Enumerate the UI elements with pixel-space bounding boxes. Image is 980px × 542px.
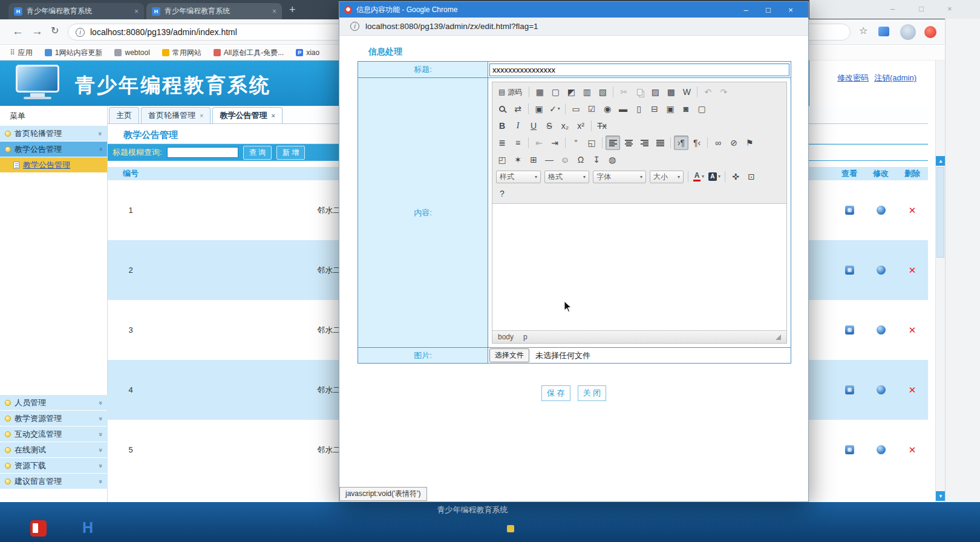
view-icon[interactable]: [845, 385, 854, 394]
edit-icon[interactable]: [877, 325, 886, 335]
tab-announcement[interactable]: 教学公告管理 ×: [212, 107, 282, 123]
checkbox-icon[interactable]: ☑: [584, 102, 599, 116]
tab-home[interactable]: 主页: [109, 107, 139, 123]
link-icon[interactable]: ∞: [711, 136, 725, 150]
find-icon[interactable]: [495, 102, 509, 116]
sidebar-item-personnel[interactable]: 人员管理 »: [0, 395, 108, 410]
insert-table-icon[interactable]: ⊞: [526, 152, 541, 167]
site-info-icon[interactable]: [350, 22, 359, 31]
logout-link[interactable]: 注销(admin): [874, 73, 916, 83]
resize-handle-icon[interactable]: [776, 335, 781, 340]
print-icon[interactable]: ▥: [580, 85, 594, 99]
edit-icon[interactable]: [877, 206, 886, 215]
hidden-field-icon[interactable]: ▢: [694, 102, 709, 116]
italic-icon[interactable]: I: [511, 119, 525, 133]
bold-icon[interactable]: B: [495, 119, 509, 133]
sidebar-item-resources[interactable]: 教学资源管理 »: [0, 411, 108, 426]
search-input[interactable]: [167, 147, 238, 158]
page-scrollbar[interactable]: ▲ ▼: [935, 60, 945, 502]
view-icon[interactable]: [845, 445, 854, 454]
sidebar-item-online-test[interactable]: 在线测试 »: [0, 442, 108, 457]
window-maximize-icon[interactable]: □: [919, 4, 924, 13]
bookmark-star-icon[interactable]: ☆: [859, 25, 867, 36]
tab-carousel[interactable]: 首页轮播管理 ×: [141, 107, 211, 123]
browser-tab-1[interactable]: H 青少年编程教育系统 ×: [8, 3, 144, 19]
view-icon[interactable]: [845, 325, 854, 335]
textarea-icon[interactable]: ▯: [632, 102, 646, 116]
paste-icon[interactable]: ▨: [648, 85, 662, 99]
tab-close-icon[interactable]: ×: [272, 7, 276, 16]
align-right-icon[interactable]: [637, 136, 652, 150]
window-close-icon[interactable]: ×: [947, 4, 952, 13]
background-color-button[interactable]: A ▾: [707, 169, 722, 184]
show-blocks-icon[interactable]: ⊡: [744, 169, 759, 184]
apps-shortcut[interactable]: ⠿ 应用: [10, 48, 33, 58]
popup-maximize-icon[interactable]: □: [759, 5, 777, 15]
iframe-icon[interactable]: ◍: [605, 152, 619, 167]
undo-icon[interactable]: ↶: [701, 85, 715, 99]
tab-close-icon[interactable]: ×: [271, 112, 275, 119]
text-field-icon[interactable]: ▬: [616, 102, 630, 116]
radio-icon[interactable]: ◉: [600, 102, 615, 116]
sidebar-item-carousel[interactable]: 首页轮播管理 »: [0, 126, 107, 141]
tab-close-icon[interactable]: ×: [134, 7, 139, 16]
forward-icon[interactable]: →: [31, 25, 43, 38]
paste-text-icon[interactable]: ▩: [664, 85, 678, 99]
superscript-icon[interactable]: x²: [573, 119, 588, 133]
bookmark-item[interactable]: webtool: [114, 48, 149, 57]
popup-titlebar[interactable]: 信息内容功能 - Google Chrome – □ ×: [339, 2, 808, 18]
save-button[interactable]: 保 存: [541, 385, 570, 401]
query-button[interactable]: 查 询: [243, 146, 272, 160]
bookmark-item[interactable]: All原创工具-免费...: [214, 48, 284, 58]
subscript-icon[interactable]: x₂: [558, 119, 572, 133]
delete-icon[interactable]: ✕: [909, 205, 916, 216]
source-button[interactable]: ▤ 源码: [495, 85, 526, 99]
change-password-link[interactable]: 修改密码: [837, 73, 869, 83]
remove-format-icon[interactable]: Tx: [595, 119, 609, 133]
align-justify-icon[interactable]: [653, 136, 667, 150]
delete-icon[interactable]: ✕: [909, 385, 916, 396]
window-minimize-icon[interactable]: –: [890, 4, 895, 13]
redo-icon[interactable]: ↷: [716, 85, 731, 99]
delete-icon[interactable]: ✕: [909, 325, 916, 336]
bookmark-item[interactable]: P xiao: [296, 48, 319, 57]
unlink-icon[interactable]: ⊘: [727, 136, 741, 150]
copy-icon[interactable]: [632, 85, 647, 99]
edit-icon[interactable]: [877, 445, 886, 454]
tab-close-icon[interactable]: ×: [200, 112, 203, 119]
anchor-icon[interactable]: ⚑: [742, 136, 757, 150]
paste-word-icon[interactable]: W: [679, 85, 694, 99]
extension-icon[interactable]: [878, 27, 889, 36]
title-input[interactable]: [489, 64, 789, 76]
underline-icon[interactable]: U: [526, 119, 541, 133]
text-direction-rtl-icon[interactable]: ¶‹: [690, 136, 704, 150]
bookmark-item[interactable]: 常用网站: [162, 48, 201, 58]
replace-icon[interactable]: ⇄: [511, 102, 525, 116]
form-field-icon[interactable]: ▭: [569, 102, 583, 116]
delete-icon[interactable]: ✕: [909, 265, 916, 276]
cut-icon[interactable]: ✂: [616, 85, 631, 99]
outdent-icon[interactable]: ⇤: [532, 136, 546, 150]
text-color-button[interactable]: A ▾: [691, 169, 706, 184]
popup-minimize-icon[interactable]: –: [737, 5, 755, 15]
scroll-up-icon[interactable]: ▲: [936, 156, 946, 166]
browser-tab-2[interactable]: H 青少年编程教育系统 ×: [146, 3, 282, 19]
site-info-icon[interactable]: [76, 28, 85, 37]
templates-icon[interactable]: ▧: [595, 85, 610, 99]
preview-icon[interactable]: ◩: [564, 85, 578, 99]
image-button-icon[interactable]: ◙: [679, 102, 693, 116]
align-center-icon[interactable]: [621, 136, 636, 150]
button-field-icon[interactable]: ▣: [663, 102, 678, 116]
bulleted-list-icon[interactable]: ≡: [511, 136, 525, 150]
text-direction-ltr-icon[interactable]: ›¶: [674, 136, 688, 150]
font-dropdown[interactable]: 字体 ▾: [593, 171, 646, 183]
new-page-icon[interactable]: ▢: [548, 85, 563, 99]
edit-icon[interactable]: [877, 385, 886, 394]
page-break-icon[interactable]: ↧: [589, 152, 604, 167]
sidebar-item-suggestions[interactable]: 建议留言管理 »: [0, 474, 108, 489]
align-left-icon[interactable]: [606, 136, 620, 150]
styles-dropdown[interactable]: 样式 ▾: [496, 171, 541, 183]
scrollbar-thumb[interactable]: [936, 167, 944, 258]
select-field-icon[interactable]: ⊟: [647, 102, 662, 116]
sidebar-item-announcement[interactable]: 教学公告管理 »: [0, 142, 107, 157]
